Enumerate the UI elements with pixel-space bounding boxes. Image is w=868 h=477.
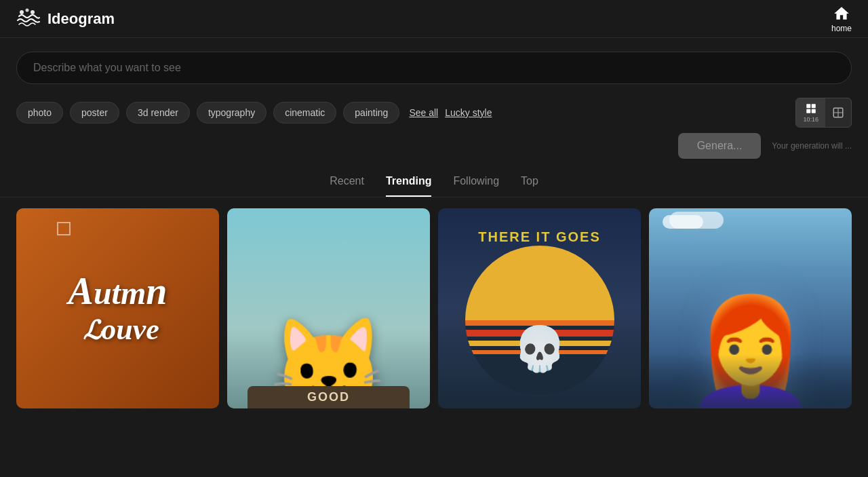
gallery-card-skull[interactable]: THERE IT GOES 💀	[438, 208, 641, 408]
svg-rect-5	[806, 109, 810, 113]
search-input[interactable]	[33, 62, 835, 74]
grid-view-label: 10:16	[803, 116, 818, 123]
autumn-text: Autmn ℒouve	[55, 258, 181, 359]
tab-top[interactable]: Top	[521, 175, 538, 197]
square-view-button[interactable]	[825, 102, 851, 123]
tabs-row: Recent Trending Following Top	[0, 164, 868, 197]
generate-button[interactable]: Genera...	[678, 133, 762, 159]
tag-photo[interactable]: photo	[16, 102, 63, 123]
svg-rect-3	[806, 104, 810, 108]
gallery-card-autumn[interactable]: Autmn ℒouve	[16, 208, 219, 408]
tag-3d-render[interactable]: 3d render	[126, 102, 190, 123]
home-nav[interactable]: home	[831, 5, 852, 33]
home-icon	[833, 5, 850, 22]
style-tags-row: photo poster 3d render typography cinema…	[0, 92, 868, 133]
generate-section: Genera... Your generation will ...	[0, 133, 868, 164]
logo-area[interactable]: Ideogram	[16, 7, 115, 31]
skull-text: THERE IT GOES	[478, 229, 600, 245]
app-name: Ideogram	[47, 10, 115, 28]
gallery-card-cat[interactable]: 🐱 GOOD	[227, 208, 430, 408]
home-label: home	[831, 24, 852, 33]
tab-trending[interactable]: Trending	[386, 175, 432, 197]
grid-view-button[interactable]: 10:16	[796, 98, 825, 127]
svg-rect-4	[811, 104, 815, 108]
view-toggle: 10:16	[795, 98, 852, 128]
tag-cinematic[interactable]: cinematic	[273, 102, 336, 123]
tag-painting[interactable]: painting	[343, 102, 399, 123]
svg-point-2	[31, 10, 35, 14]
tag-poster[interactable]: poster	[70, 102, 119, 123]
svg-rect-6	[811, 109, 815, 113]
header: Ideogram home	[0, 0, 868, 38]
search-bar[interactable]	[16, 52, 852, 84]
square-icon	[832, 107, 844, 119]
lucky-style-link[interactable]: Lucky style	[445, 107, 492, 118]
gallery-card-woman[interactable]: 👩‍🦰	[649, 208, 852, 408]
search-section	[0, 38, 868, 92]
grid-icon	[805, 102, 817, 115]
generate-hint: Your generation will ...	[772, 141, 852, 151]
svg-point-1	[26, 8, 29, 12]
gallery: Autmn ℒouve 🐱 GOOD	[0, 197, 868, 408]
tab-recent[interactable]: Recent	[330, 175, 364, 197]
see-all-link[interactable]: See all	[409, 107, 438, 118]
logo-icon	[16, 7, 41, 31]
tag-typography[interactable]: typography	[197, 102, 267, 123]
svg-point-0	[20, 10, 24, 14]
tab-following[interactable]: Following	[453, 175, 499, 197]
